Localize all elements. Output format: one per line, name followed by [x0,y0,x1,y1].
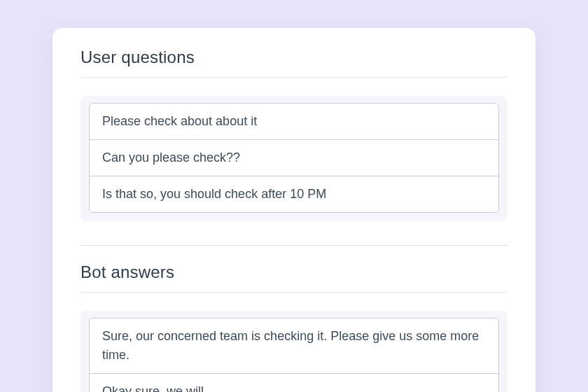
main-card: User questions Please check about about … [52,28,536,392]
list-item[interactable]: Please check about about it [90,104,498,140]
list-item[interactable]: Is that so, you should check after 10 PM [90,176,498,212]
bot-answers-table: Sure, our concerned team is checking it.… [89,318,499,392]
user-questions-box: Please check about about it Can you plea… [80,96,507,221]
list-item[interactable]: Can you please check?? [90,140,498,176]
bot-answers-heading: Bot answers [80,262,507,293]
user-questions-table: Please check about about it Can you plea… [89,103,499,213]
bot-answers-box: Sure, our concerned team is checking it.… [80,311,507,392]
list-item[interactable]: Sure, our concerned team is checking it.… [90,318,498,374]
list-item[interactable]: Okay sure, we will. [90,374,498,392]
user-questions-heading: User questions [80,48,507,78]
section-divider [80,245,507,246]
